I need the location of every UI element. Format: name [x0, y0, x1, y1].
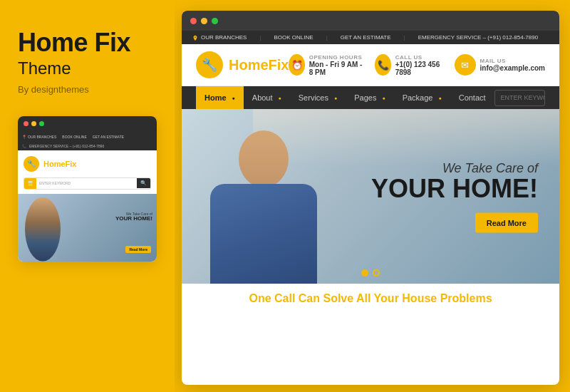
small-search-input[interactable]: ENTER KEYWORD — [36, 179, 137, 187]
small-dot-red — [24, 121, 28, 126]
bottom-tagline: One Call Can Solve All Your House Proble… — [196, 292, 545, 305]
hero-person-head — [239, 130, 289, 187]
site-nav: Home ● About ● Services ● Pages ● Packag… — [182, 86, 559, 109]
small-topbar-estimate: GET AN ESTIMATE — [93, 135, 124, 139]
site-logo: 🔧 HomeFix — [196, 51, 289, 78]
nav-links: Home ● About ● Services ● Pages ● Packag… — [196, 86, 494, 109]
small-browser-mockup: 📍OUR BRANCHES BOOK ONLINE GET AN ESTIMAT… — [18, 116, 157, 262]
browser-chrome-bar — [182, 11, 559, 31]
nav-item-pages[interactable]: Pages ● — [346, 86, 393, 109]
header-email-text: MAIL US info@example.com — [480, 58, 545, 72]
small-hero-text: We Take Care of YOUR HOME! — [115, 212, 152, 222]
location-icon — [192, 35, 198, 41]
small-topbar-book: BOOK ONLINE — [62, 135, 86, 139]
hero-headline: YOUR HOME! — [371, 175, 538, 201]
slider-dot-1[interactable] — [361, 269, 368, 277]
small-search-button[interactable]: 🔍 — [137, 178, 150, 188]
slider-dots — [361, 269, 380, 277]
hero-content: We Take Care of YOUR HOME! Read More — [371, 160, 538, 232]
hero-cta-button[interactable]: Read More — [475, 212, 538, 232]
small-search-icon: ☰ — [24, 178, 36, 189]
hero-person — [182, 109, 367, 284]
header-email: ✉ MAIL US info@example.com — [455, 54, 545, 76]
hero-section: We Take Care of YOUR HOME! Read More — [182, 109, 559, 284]
left-panel: Home Fix Theme By designthemes 📍OUR BRAN… — [0, 0, 175, 392]
nav-item-home[interactable]: Home ● — [196, 86, 244, 109]
small-hero-cta[interactable]: Read More — [125, 246, 151, 253]
small-emergency-bar: 📞 EMERGENCY SERVICE – (+91) 012-854-7890 — [18, 142, 157, 150]
utility-topbar: OUR BRANCHES | BOOK ONLINE | GET AN ESTI… — [182, 31, 559, 44]
mail-icon: ✉ — [455, 54, 476, 76]
brand-byline: By designthemes — [18, 84, 157, 95]
topbar-branches: OUR BRANCHES — [192, 34, 247, 41]
topbar-book: BOOK ONLINE — [274, 34, 314, 41]
header-info: ⏰ OPENING HOURS Mon - Fri 9 AM - 8 PM 📞 … — [289, 54, 545, 76]
site-header: 🔧 HomeFix ⏰ OPENING HOURS Mon - Fri 9 AM… — [182, 44, 559, 86]
brand-title: Home Fix — [18, 29, 157, 57]
phone-icon: 📞 — [375, 54, 390, 76]
main-browser: OUR BRANCHES | BOOK ONLINE | GET AN ESTI… — [182, 11, 559, 385]
small-logo-area: 🔧 HomeFix — [18, 150, 157, 175]
dot-red[interactable] — [190, 18, 197, 24]
header-hours: ⏰ OPENING HOURS Mon - Fri 9 AM - 8 PM — [289, 54, 362, 76]
clock-icon: ⏰ — [289, 54, 304, 76]
small-topbar-branches: 📍OUR BRANCHES — [22, 135, 56, 139]
small-logo-text: HomeFix — [43, 160, 76, 168]
dot-yellow[interactable] — [201, 18, 207, 24]
dot-green[interactable] — [212, 18, 218, 24]
nav-item-contact[interactable]: Contact — [450, 86, 494, 109]
small-hero-headline: YOUR HOME! — [115, 216, 152, 222]
logo-text: HomeFix — [229, 57, 289, 73]
nav-item-package[interactable]: Package ● — [394, 86, 450, 109]
brand-subtitle: Theme — [18, 58, 157, 78]
small-hero: We Take Care of YOUR HOME! Read More — [18, 194, 157, 262]
topbar-emergency: EMERGENCY SERVICE – (+91) 012-854-7890 — [418, 34, 538, 41]
logo-icon: 🔧 — [196, 51, 223, 78]
hero-person-body — [210, 184, 317, 284]
small-topbar: 📍OUR BRANCHES BOOK ONLINE GET AN ESTIMAT… — [18, 132, 157, 142]
nav-item-services[interactable]: Services ● — [290, 86, 346, 109]
small-logo-icon: 🔧 — [24, 156, 39, 172]
small-dot-yellow — [31, 121, 36, 126]
nav-item-about[interactable]: About ● — [244, 86, 290, 109]
small-hero-person — [25, 197, 61, 262]
nav-search-input[interactable] — [495, 91, 545, 104]
header-phone-text: CALL US +1(0) 123 456 7898 — [395, 54, 442, 76]
topbar-estimate: GET AN ESTIMATE — [341, 34, 391, 41]
small-browser-bar — [18, 116, 157, 132]
small-search-bar[interactable]: ☰ ENTER KEYWORD 🔍 — [24, 177, 151, 190]
site-bottom: One Call Can Solve All Your House Proble… — [182, 284, 559, 314]
header-phone: 📞 CALL US +1(0) 123 456 7898 — [375, 54, 441, 76]
small-dot-green — [39, 121, 44, 126]
header-hours-text: OPENING HOURS Mon - Fri 9 AM - 8 PM — [309, 54, 363, 76]
slider-dot-2[interactable] — [373, 269, 380, 277]
nav-search[interactable]: 🔍 — [494, 90, 545, 106]
